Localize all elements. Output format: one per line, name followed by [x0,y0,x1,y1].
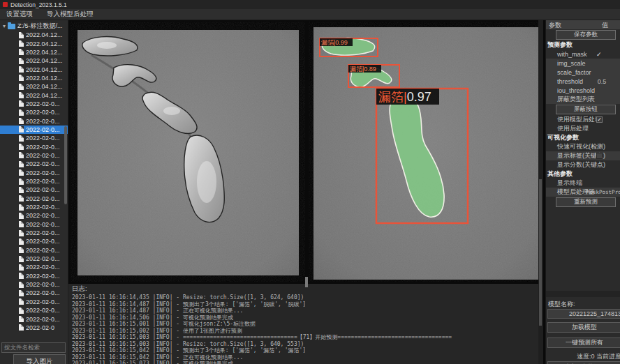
postprocess-params-button[interactable]: 后处理参数设置 [547,361,620,364]
file-tree: ▾ Z:/5-标注数据/... 2022.04.12...2022.04.12.… [0,22,68,340]
file-icon [19,161,24,167]
param-row[interactable]: 显示分数(关键点) [546,160,620,169]
load-model-button[interactable]: 加载模型 [547,322,620,333]
tree-item[interactable]: 2022.04.12... [0,31,68,39]
menu-item-import-postprocess[interactable]: 导入模型后处理 [47,10,94,19]
param-row[interactable]: scale_factor [546,68,620,77]
model-name-field[interactable]: 20221225_174813 [547,309,620,319]
tree-item[interactable]: 2022-02-0... [0,229,68,237]
param-value[interactable]: 0.5 [588,78,616,85]
tree-item[interactable]: 2022-02-0... [0,185,68,194]
tree-item[interactable]: 2022.04.12... [0,82,68,91]
checkmark-icon[interactable]: ✓ [596,51,602,58]
tree-item-label: 2022.04.12... [26,57,63,64]
tree-item[interactable]: 2022-02-0... [0,263,68,271]
search-input[interactable]: 按文件名检索 [1,342,66,353]
tree-item[interactable]: 2022-02-0... [0,220,68,229]
center-scrollbar-track[interactable] [538,20,543,364]
tree-scrollbar[interactable] [64,126,67,204]
param-row[interactable]: 使用模型后处理✓ [546,115,620,124]
log-line: 2023-01-11 16:16:15,001 |INFO| - 可视化json… [72,321,538,328]
param-row[interactable]: 显示终端 [546,179,620,188]
folder-icon [8,24,15,29]
tree-item[interactable]: 2022-02-0... [0,289,68,297]
file-icon [19,58,24,64]
log-line: 2023-01-11 16:16:14,487 |INFO| - 预测出了3个结… [72,301,538,308]
tree-item-label: 2022.04.12... [26,49,63,56]
tree-root-folder[interactable]: ▾ Z:/5-标注数据/... [0,22,68,31]
tree-item[interactable]: 2022-02-0... [0,255,68,263]
param-action-button[interactable]: 保存参数 [556,30,616,40]
tree-item[interactable]: 2022-02-0... [0,298,68,306]
tree-item-label: 2022-02-0... [26,118,60,125]
center-scrollbar-handle[interactable] [539,179,542,326]
param-row[interactable]: 显示标签(关键点) [546,151,620,160]
param-value[interactable]: MaskPostPro [586,189,620,195]
import-images-button[interactable]: 导入图片 [13,354,66,364]
menu-item-settings[interactable]: 设置选项 [6,10,33,19]
prediction-image-panel[interactable]: 漏箔|0.99 漏箔|0.89 漏箔|0.97 [309,22,543,282]
tree-item[interactable]: 2022-02-0... [0,314,68,323]
chevron-down-icon[interactable]: ▾ [3,24,6,29]
param-section-header: 预测参数 [546,40,620,50]
tree-item[interactable]: 2022-02-0... [0,142,68,151]
file-icon [19,144,24,150]
param-action-button[interactable]: 屏蔽按钮 [556,105,616,114]
tree-item[interactable]: 2022-02-0... [0,177,68,185]
tree-item[interactable]: 2022-02-0... [0,203,68,211]
param-row[interactable]: 快速可视化(检测) [546,142,620,151]
tree-item[interactable]: 2022.04.12... [0,74,68,82]
checkbox-checked[interactable]: ✓ [596,116,603,123]
tree-item[interactable]: 2022-02-0... [0,160,68,168]
panel-splitter-handle[interactable] [305,277,308,287]
menu-bar: 设置选项 导入模型后处理 [0,9,620,20]
original-image-panel[interactable] [71,22,305,282]
params-header-value: 值 [602,21,608,30]
param-action-button[interactable]: 重新预测 [556,197,616,207]
tree-item[interactable]: 2022-02-0... [0,237,68,245]
log-line: 2023-01-11 16:16:14,435 |INFO| - Resize:… [72,294,538,301]
tree-item[interactable]: 2022-02-0... [0,126,68,134]
tree-item[interactable]: 2022.04.12... [0,39,68,47]
tree-item[interactable]: 2022.04.12... [0,56,68,65]
tree-item[interactable]: 2022-02-0... [0,195,68,203]
param-row[interactable]: 使用后处理 [546,124,620,133]
file-icon [19,118,24,124]
detection-label-1: 漏箔|0.99 [321,39,348,46]
tree-item-label: 2022.04.12... [26,75,63,82]
svg-text:漏箔|0.97: 漏箔|0.97 [378,90,431,104]
tree-item[interactable]: 2022-02-0... [0,100,68,108]
predict-all-button[interactable]: 一键预测所有 [547,338,620,348]
checkbox-unchecked[interactable] [596,153,603,159]
param-row[interactable]: threshold0.5 [546,77,620,86]
window-title: Detection_2023.1.5.1 [10,1,67,8]
tree-item[interactable]: 2022-02-0... [0,306,68,314]
tree-item[interactable]: 2022-02-0... [0,134,68,142]
tree-item[interactable]: 2022.04.12... [0,91,68,99]
tree-item[interactable]: 2022-02-0... [0,246,68,255]
tree-item[interactable]: 2022-02-0... [0,272,68,280]
file-icon [19,40,24,47]
tree-item[interactable]: 2022-02-0 [0,324,68,332]
tree-item[interactable]: 2022.04.12... [0,65,68,73]
param-row[interactable]: 屏蔽类型列表 [546,95,620,104]
params-table-header: 参数 值 [546,20,620,29]
tree-item[interactable]: 2022-02-0... [0,151,68,160]
tree-item[interactable]: 2022-02-0... [0,169,68,177]
tree-item-label: 2022-02-0... [26,186,60,193]
tree-item[interactable]: 2022.04.12... [0,48,68,56]
file-icon [19,135,24,142]
file-icon [19,282,24,288]
param-row[interactable]: iou_threshold [546,86,620,95]
tree-item[interactable]: 2022-02-0... [0,211,68,220]
tree-item[interactable]: 2022-02-0... [0,280,68,289]
tree-item-label: 2022-02-0... [26,255,60,262]
param-row[interactable]: 模型后处理器MaskPostPro [546,188,620,197]
tree-item-label: 2022.04.12... [26,92,63,99]
param-row[interactable]: with_mask✓ [546,50,620,59]
tree-item[interactable]: 2022-02-0... [0,108,68,116]
tree-item-label: 2022-02-0 [26,324,54,331]
param-row[interactable]: img_scale [546,59,620,68]
log-panel[interactable]: 日志: 2023-01-11 16:16:14,435 |INFO| - Res… [68,283,538,364]
tree-item[interactable]: 2022-02-0... [0,116,68,125]
